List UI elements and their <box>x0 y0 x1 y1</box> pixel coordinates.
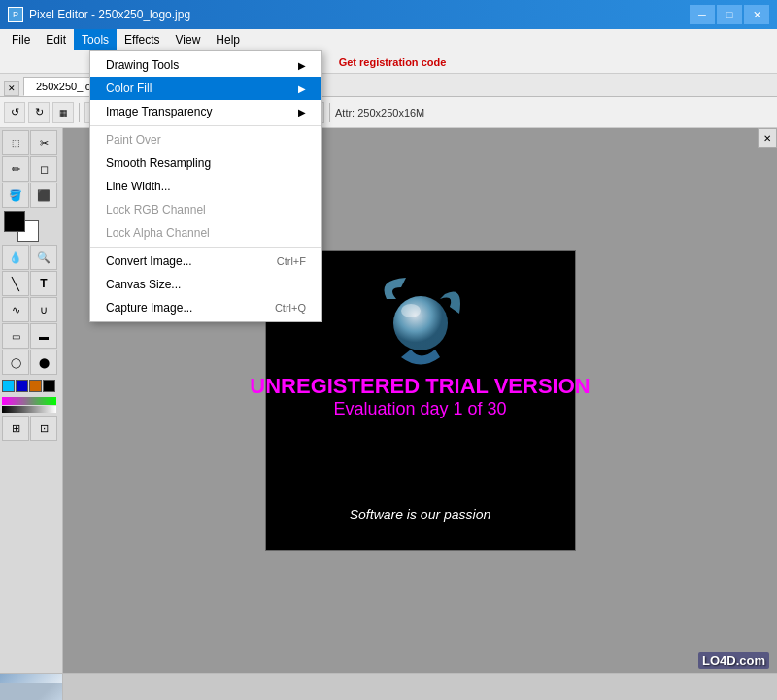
eyedropper-tool[interactable]: 💧 <box>2 245 29 270</box>
color-swatch-black[interactable] <box>43 380 55 392</box>
tool-row-5: ╲ T <box>2 271 60 296</box>
fill-tool[interactable]: 🪣 <box>2 183 29 208</box>
image-transparency-arrow: ▶ <box>298 107 306 117</box>
attr-value: 250x250x16M <box>357 107 424 118</box>
color-swatch-cyan[interactable] <box>2 380 15 392</box>
ellipse-fill-tool[interactable]: ⬤ <box>30 350 57 375</box>
drawing-tools-arrow: ▶ <box>298 60 306 71</box>
rect-fill-tool[interactable]: ▬ <box>30 323 57 349</box>
smooth-resampling-item[interactable]: Smooth Resampling <box>90 151 321 175</box>
line-width-label: Line Width... <box>106 180 171 193</box>
lock-alpha-label: Lock Alpha Channel <box>106 226 210 240</box>
bottom-tools <box>63 674 777 700</box>
separator-2 <box>90 247 321 248</box>
panel-close-button[interactable]: ✕ <box>758 128 777 148</box>
preview-area <box>0 674 63 700</box>
menu-bar: File Edit Tools Effects View Help <box>0 29 777 50</box>
window-title: Pixel Editor - 250x250_logo.jpg <box>29 8 690 21</box>
left-tool-panel: ⬚ ✂ ✏ ◻ 🪣 ⬛ 💧 🔍 ╲ T ∿ ∪ ▭ ▬ <box>0 128 63 673</box>
canvas-size-label: Canvas Size... <box>106 278 181 291</box>
gradient-bars <box>2 397 60 413</box>
gradient-bar-bw[interactable] <box>2 406 56 413</box>
image-transparency-label: Image Transparency <box>106 105 212 118</box>
tool-row-2: ✏ ◻ <box>2 156 60 182</box>
smooth-resampling-label: Smooth Resampling <box>106 156 211 170</box>
drawing-tools-label: Drawing Tools <box>106 58 179 72</box>
color-fill-arrow: ▶ <box>298 83 306 94</box>
toolbar-sep-2 <box>329 103 330 122</box>
tool-row-4: 💧 🔍 <box>2 245 60 270</box>
tool-row-7: ▭ ▬ <box>2 323 60 349</box>
eraser-tool[interactable]: ◻ <box>30 156 57 182</box>
convert-image-shortcut: Ctrl+F <box>277 255 306 267</box>
color-swatch-brown[interactable] <box>29 380 42 392</box>
color-grid <box>2 380 60 392</box>
window-controls: ─ □ ✕ <box>690 5 769 24</box>
line-width-item[interactable]: Line Width... <box>90 175 321 198</box>
fg-color-box[interactable] <box>4 211 25 232</box>
color-row-1 <box>2 380 60 392</box>
separator-1 <box>90 125 321 126</box>
lock-alpha-item: Lock Alpha Channel <box>90 221 321 245</box>
bottom-panel <box>0 673 777 700</box>
crop-tool[interactable]: ✂ <box>30 130 57 155</box>
toolbar-sep-1 <box>79 103 80 122</box>
close-tab-icon[interactable]: ✕ <box>4 81 19 96</box>
tool-row-3: 🪣 ⬛ <box>2 183 60 208</box>
selection-tool[interactable]: ⬚ <box>2 130 29 155</box>
lock-rgb-label: Lock RGB Channel <box>106 203 206 217</box>
tool-row-6: ∿ ∪ <box>2 297 60 322</box>
title-bar: P Pixel Editor - 250x250_logo.jpg ─ □ ✕ <box>0 0 777 29</box>
clone-tool[interactable]: ⊡ <box>30 416 57 441</box>
color-swatch-blue[interactable] <box>16 380 28 392</box>
color-fill-item[interactable]: Color Fill ▶ <box>90 77 321 100</box>
lo4d-watermark: LO4D.com <box>698 652 769 669</box>
arc-tool[interactable]: ∪ <box>30 297 57 322</box>
menu-tools[interactable]: Tools <box>74 29 117 50</box>
menu-help[interactable]: Help <box>208 29 248 50</box>
ellipse-tool[interactable]: ◯ <box>2 350 29 375</box>
tools-dropdown-menu: Drawing Tools ▶ Color Fill ▶ Image Trans… <box>89 50 322 322</box>
grid-button[interactable]: ▦ <box>52 102 74 123</box>
color-fill-label: Color Fill <box>106 82 152 95</box>
lock-rgb-item: Lock RGB Channel <box>90 198 321 221</box>
rect-tool[interactable]: ▭ <box>2 323 29 349</box>
minimize-button[interactable]: ─ <box>690 5 715 24</box>
image-transparency-item[interactable]: Image Transparency ▶ <box>90 100 321 123</box>
line-tool[interactable]: ╲ <box>2 271 29 296</box>
canvas-size-item[interactable]: Canvas Size... <box>90 273 321 296</box>
maximize-button[interactable]: □ <box>717 5 742 24</box>
bucket-tool[interactable]: ⬛ <box>30 183 57 208</box>
redo-button[interactable]: ↻ <box>28 102 50 123</box>
menu-view[interactable]: View <box>168 29 209 50</box>
menu-effects[interactable]: Effects <box>117 29 167 50</box>
tool-row-extra: ⊞ ⊡ <box>2 416 60 441</box>
app-icon: P <box>8 7 23 22</box>
text-tool[interactable]: T <box>30 271 57 296</box>
convert-image-label: Convert Image... <box>106 254 192 268</box>
tool-row-1: ⬚ ✂ <box>2 130 60 155</box>
color-selector[interactable] <box>4 211 39 242</box>
convert-image-item[interactable]: Convert Image... Ctrl+F <box>90 250 321 273</box>
attr-label: Attr: <box>335 107 355 118</box>
menu-edit[interactable]: Edit <box>38 29 74 50</box>
curve-tool[interactable]: ∿ <box>2 297 29 322</box>
gradient-bar-color[interactable] <box>2 397 56 405</box>
tool-row-8: ◯ ⬤ <box>2 350 60 375</box>
menu-file[interactable]: File <box>4 29 38 50</box>
drawing-tools-item[interactable]: Drawing Tools ▶ <box>90 53 321 77</box>
capture-image-shortcut: Ctrl+Q <box>275 302 306 314</box>
paint-over-label: Paint Over <box>106 133 161 147</box>
preview-image <box>0 674 63 700</box>
get-registration-link[interactable]: Get registration code <box>339 56 447 68</box>
pencil-tool[interactable]: ✏ <box>2 156 29 182</box>
undo-button[interactable]: ↺ <box>4 102 25 123</box>
close-button[interactable]: ✕ <box>744 5 769 24</box>
capture-image-label: Capture Image... <box>106 301 192 315</box>
capture-image-item[interactable]: Capture Image... Ctrl+Q <box>90 296 321 319</box>
preview-bg <box>0 683 63 700</box>
paint-over-item: Paint Over <box>90 128 321 151</box>
zoom-tool[interactable]: 🔍 <box>30 245 57 270</box>
stamp-tool[interactable]: ⊞ <box>2 416 29 441</box>
